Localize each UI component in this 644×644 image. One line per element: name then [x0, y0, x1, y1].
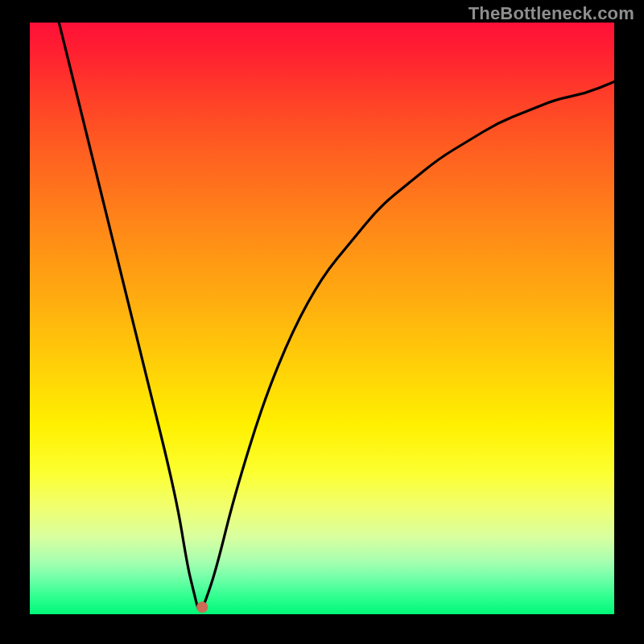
optimum-marker — [196, 601, 208, 613]
watermark-label: TheBottleneck.com — [469, 3, 634, 24]
plot-area — [30, 23, 614, 614]
chart-frame: TheBottleneck.com — [0, 0, 644, 644]
curve-layer — [30, 23, 614, 614]
bottleneck-curve — [59, 23, 614, 610]
